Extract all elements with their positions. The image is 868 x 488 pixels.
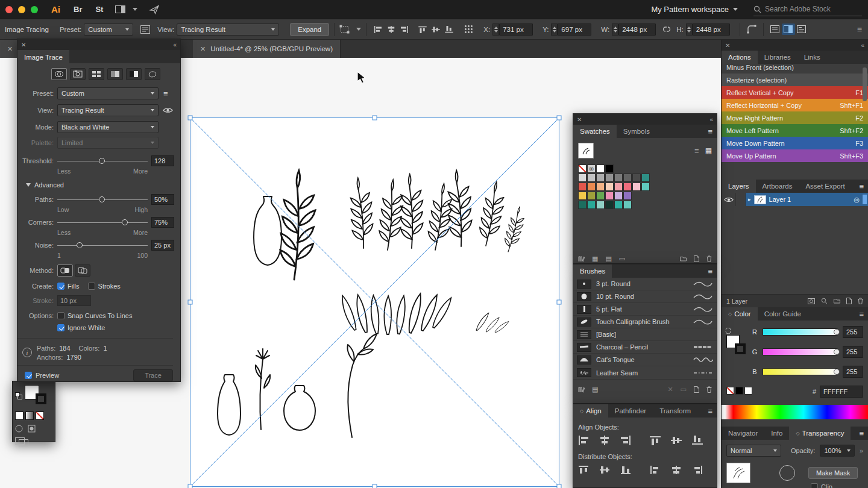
distribute-horizontal-center-icon[interactable] xyxy=(670,464,683,475)
tab-layers[interactable]: Layers xyxy=(722,180,756,193)
delete-swatch-icon[interactable] xyxy=(706,255,712,262)
y-stepper[interactable] xyxy=(551,23,558,36)
close-window-button[interactable] xyxy=(5,6,13,13)
grid-view-icon[interactable]: ▦ xyxy=(705,146,712,155)
align-middle-vertical-icon[interactable] xyxy=(429,23,442,35)
workspace-switcher[interactable]: My Pattern workspace xyxy=(651,5,729,14)
method-abutting-button[interactable] xyxy=(57,264,73,277)
panel-menu-icon[interactable]: ≡ xyxy=(855,307,868,321)
list-view-icon[interactable]: ≡ xyxy=(694,146,699,155)
close-icon[interactable]: ✕ xyxy=(7,45,13,53)
blue-slider[interactable] xyxy=(763,368,838,375)
expand-layer-icon[interactable]: ▸ xyxy=(748,196,751,202)
share-icon[interactable] xyxy=(149,5,159,14)
opacity-input[interactable]: 100% xyxy=(820,445,854,457)
align-center-horizontal-icon[interactable] xyxy=(598,434,611,446)
tab-libraries[interactable]: Libraries xyxy=(758,51,797,64)
swatch[interactable] xyxy=(587,174,596,182)
draw-mode-icon[interactable] xyxy=(15,425,23,433)
none-button[interactable] xyxy=(36,411,44,420)
swatch[interactable] xyxy=(641,183,650,191)
swatch[interactable] xyxy=(605,164,614,173)
tab-actions[interactable]: Actions xyxy=(722,51,758,64)
preset-dropdown[interactable]: Custom xyxy=(84,23,133,36)
panel-more-icon[interactable]: » xyxy=(860,447,863,454)
panel-menu-icon[interactable]: ≡ xyxy=(855,180,868,193)
preset-options-icon[interactable]: ≡ xyxy=(163,89,168,98)
libraries-panel-icon[interactable]: ▤ xyxy=(592,386,598,393)
align-right-icon[interactable] xyxy=(619,434,632,446)
expand-button[interactable]: Expand xyxy=(290,23,329,36)
default-fill-stroke-icon[interactable] xyxy=(15,392,22,399)
swatch[interactable] xyxy=(605,192,614,200)
tab-asset-export[interactable]: Asset Export xyxy=(799,180,851,193)
actions-scrollbar[interactable] xyxy=(863,67,867,101)
h-input[interactable]: 2448 px xyxy=(693,23,730,36)
tab-swatches[interactable]: Swatches xyxy=(573,125,617,138)
tab-brushes[interactable]: Brushes xyxy=(573,264,612,278)
black-swatch[interactable] xyxy=(735,387,743,395)
make-mask-button[interactable]: Make Mask xyxy=(808,467,858,479)
paths-slider[interactable] xyxy=(57,195,148,204)
options-of-selected-icon[interactable]: ▭ xyxy=(681,386,687,393)
swatch[interactable] xyxy=(605,201,614,209)
brush-row[interactable]: Charcoal – Pencil xyxy=(573,341,717,354)
action-item[interactable]: Reflect Horizontal + CopyShft+F1 xyxy=(722,99,868,111)
corner-widget-icon[interactable] xyxy=(745,23,758,35)
swap-fill-stroke-icon[interactable] xyxy=(725,328,731,334)
stroke-swatch[interactable] xyxy=(735,343,746,354)
swatch[interactable] xyxy=(614,201,623,209)
noise-slider[interactable] xyxy=(57,241,148,249)
grayscale-preset-icon[interactable] xyxy=(107,68,123,80)
advanced-disclosure[interactable]: Advanced xyxy=(26,181,173,189)
w-input[interactable]: 2448 px xyxy=(618,23,656,36)
close-icon[interactable]: ✕ xyxy=(21,42,26,48)
trace-button[interactable]: Trace xyxy=(133,369,173,381)
paths-value[interactable]: 50% xyxy=(151,194,174,205)
layer-row[interactable]: ▸ Layer 1 ◎ xyxy=(722,193,868,206)
green-value[interactable]: 255 xyxy=(843,346,863,358)
brush-row[interactable]: 10 pt. Round xyxy=(573,290,717,303)
trace-mode-dropdown[interactable]: Black and White xyxy=(57,121,159,133)
panel-menu-icon[interactable]: ≡ xyxy=(855,427,868,440)
swatch[interactable] xyxy=(578,183,587,191)
swatch[interactable] xyxy=(596,164,605,173)
threshold-value[interactable]: 128 xyxy=(151,155,174,166)
distribute-left-icon[interactable] xyxy=(649,464,662,475)
brush-row[interactable]: Touch Calligraphic Brush xyxy=(573,316,717,328)
document-tab[interactable]: ✕ Untitled-4* @ 25% (RGB/GPU Preview) xyxy=(193,40,341,58)
tab-info[interactable]: Info xyxy=(764,427,789,440)
gradient-button[interactable] xyxy=(25,411,34,420)
tab-navigator[interactable]: Navigator xyxy=(722,427,764,440)
layer-name[interactable]: Layer 1 xyxy=(769,196,791,203)
collapse-dock-icon[interactable]: « xyxy=(861,42,864,49)
align-middle-vertical-icon[interactable] xyxy=(670,434,683,446)
document-setup-icon[interactable] xyxy=(769,23,782,35)
tab-transform[interactable]: Transform xyxy=(653,404,697,418)
swatch[interactable] xyxy=(623,174,632,182)
align-left-icon[interactable] xyxy=(577,434,590,446)
lock-toggle[interactable] xyxy=(736,193,746,206)
swatch[interactable] xyxy=(641,174,650,182)
align-to-selection-icon[interactable] xyxy=(462,23,475,35)
h-stepper[interactable] xyxy=(686,23,693,36)
tab-color[interactable]: ◇Color xyxy=(722,307,758,321)
new-sublayer-icon[interactable] xyxy=(834,298,840,304)
swatch[interactable] xyxy=(596,192,605,200)
visibility-toggle[interactable] xyxy=(722,193,736,206)
mask-slot[interactable] xyxy=(779,465,795,481)
locate-object-icon[interactable] xyxy=(821,298,828,304)
new-brush-icon[interactable] xyxy=(694,386,699,393)
preferences-icon[interactable] xyxy=(795,23,808,35)
panel-menu-icon[interactable]: ≡ xyxy=(703,125,717,138)
eye-icon[interactable] xyxy=(163,107,173,114)
none-swatch[interactable] xyxy=(726,387,734,395)
artboard-icon[interactable] xyxy=(15,437,52,446)
swatch[interactable] xyxy=(596,183,605,191)
arrange-documents-button[interactable] xyxy=(115,5,137,13)
distribute-right-icon[interactable] xyxy=(691,464,704,475)
bridge-button[interactable]: Br xyxy=(74,5,82,14)
method-overlapping-button[interactable] xyxy=(75,264,90,277)
collapse-panel-icon[interactable]: « xyxy=(709,116,713,123)
swatch-themes-icon[interactable]: ▦ xyxy=(592,255,598,263)
